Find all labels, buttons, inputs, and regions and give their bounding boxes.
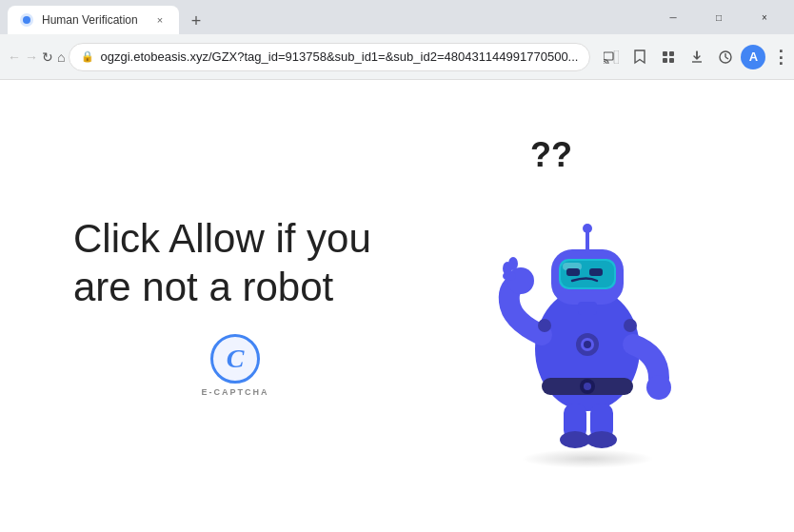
svg-rect-7 [663,58,667,63]
captcha-label: E-CAPTCHA [202,387,269,397]
main-heading: Click Allow if you are not a robot [73,215,397,311]
profile-label: A [749,49,758,64]
url-text: ogzgi.etobeasis.xyz/GZX?tag_id=913758&su… [100,49,578,64]
svg-point-1 [23,16,30,24]
extensions-icon[interactable] [655,44,682,70]
cast-icon[interactable] [598,44,625,70]
svg-point-18 [584,383,591,390]
reload-button[interactable]: ↻ [42,44,53,70]
svg-rect-23 [566,268,580,276]
robot-illustration: ?? [454,126,721,487]
svg-rect-5 [663,51,667,56]
svg-rect-2 [604,52,613,60]
address-bar: ← → ↻ ⌂ 🔒 ogzgi.etobeasis.xyz/GZX?tag_id… [0,34,794,80]
question-marks: ?? [530,135,572,175]
bookmark-icon[interactable] [626,44,653,70]
title-bar: Human Verification × + ─ □ × [0,0,794,34]
lock-icon: 🔒 [81,50,94,63]
home-button[interactable]: ⌂ [57,44,65,70]
window-controls: ─ □ × [651,0,786,34]
tab-favicon [19,12,34,28]
active-tab[interactable]: Human Verification × [8,6,179,34]
robot-svg [483,145,692,468]
back-icon: ← [8,49,21,65]
captcha-icon: C [210,334,260,384]
svg-line-14 [725,57,728,59]
back-button[interactable]: ← [8,44,21,70]
page-content: Click Allow if you are not a robot C E-C… [0,80,794,532]
svg-point-31 [508,257,518,270]
forward-button[interactable]: → [25,44,38,70]
svg-rect-4 [614,50,619,64]
captcha-logo: C E-CAPTCHA [73,334,397,397]
svg-point-40 [538,319,551,332]
profile-avatar[interactable]: A [741,45,765,69]
svg-rect-27 [578,302,597,315]
svg-point-39 [584,341,591,348]
svg-rect-8 [669,58,674,63]
forward-icon: → [25,49,38,65]
history-icon[interactable] [712,44,739,70]
svg-rect-6 [669,51,674,56]
svg-point-26 [583,224,592,233]
home-icon: ⌂ [57,49,65,65]
new-tab-button[interactable]: + [183,8,209,34]
svg-rect-24 [589,268,603,276]
svg-point-41 [624,319,637,332]
reload-icon: ↻ [42,49,53,65]
svg-point-36 [586,431,617,448]
svg-point-3 [604,63,605,64]
tab-bar: Human Verification × + [8,0,644,34]
maximize-button[interactable]: □ [697,0,741,34]
browser-frame: Human Verification × + ─ □ × ← → ↻ [0,0,794,532]
download-icon[interactable] [684,44,710,70]
page-inner: Click Allow if you are not a robot C E-C… [73,126,721,487]
minimize-button[interactable]: ─ [651,0,695,34]
close-button[interactable]: × [743,0,786,34]
tab-close-button[interactable]: × [152,12,168,28]
tab-title: Human Verification [42,13,145,27]
left-section: Click Allow if you are not a robot C E-C… [73,215,397,397]
toolbar-icons: A ⋮ [598,44,794,70]
menu-button[interactable]: ⋮ [767,44,794,70]
url-bar[interactable]: 🔒 ogzgi.etobeasis.xyz/GZX?tag_id=913758&… [69,43,590,71]
svg-point-32 [646,375,671,400]
svg-point-35 [560,431,590,448]
menu-icon: ⋮ [772,47,789,68]
